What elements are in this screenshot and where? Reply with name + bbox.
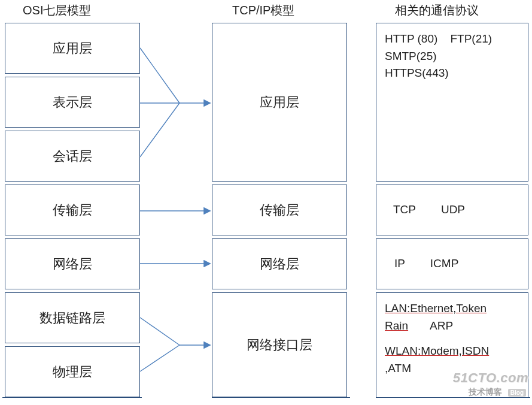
proto-app-line2: SMTP(25) [385, 48, 519, 65]
svg-line-0 [140, 48, 180, 103]
tcpip-layer-transport: 传输层 [212, 185, 347, 235]
proto-udp: UDP [441, 203, 465, 216]
diagram-stage: OSI七层模型 TCP/IP模型 相关的通信协议 应用层 表示层 会话层 传输层… [0, 0, 532, 405]
watermark-site: 51CTO.com [453, 370, 528, 386]
osi-layer-2-datalink: 数据链路层 [5, 292, 140, 343]
osi-layer-6-presentation: 表示层 [5, 77, 140, 128]
proto-ftp: FTP(21) [450, 32, 492, 45]
proto-arp: ARP [430, 319, 453, 332]
osi-l7-label: 应用层 [53, 40, 92, 58]
bottom-rule-mid [212, 397, 350, 398]
protocols-application: HTTP (80) FTP(21) SMTP(25) HTTPS(443) [376, 23, 528, 182]
osi-l1-label: 物理层 [53, 363, 92, 381]
proto-app-line3: HTTPS(443) [385, 65, 519, 82]
tcpip-net-label: 网络层 [260, 255, 299, 273]
osi-layer-7-application: 应用层 [5, 23, 140, 74]
title-osi: OSI七层模型 [23, 2, 91, 19]
osi-l2-label: 数据链路层 [39, 309, 105, 327]
svg-line-6 [140, 318, 180, 345]
proto-link-lan-a: LAN:Ethernet,Token [385, 300, 519, 318]
proto-net-line: IP ICMP [385, 255, 458, 273]
proto-wlan-text-a: WLAN:Modem,ISDN [385, 344, 489, 357]
watermark-blog-badge: Blog [508, 389, 526, 397]
tcpip-trans-label: 传输层 [260, 201, 299, 219]
proto-icmp: ICMP [430, 257, 459, 270]
svg-line-2 [140, 103, 180, 157]
title-protocols: 相关的通信协议 [395, 2, 479, 19]
svg-line-7 [140, 345, 180, 371]
proto-tcp: TCP [393, 203, 416, 216]
osi-layer-3-network: 网络层 [5, 238, 140, 289]
bottom-rule-left [2, 397, 142, 398]
proto-ip: IP [394, 257, 405, 270]
proto-app-line1: HTTP (80) FTP(21) [385, 31, 519, 48]
tcpip-link-label: 网络接口层 [247, 336, 312, 354]
proto-link-wlan-a: WLAN:Modem,ISDN [385, 343, 519, 360]
protocols-transport: TCP UDP [376, 185, 528, 235]
osi-layer-5-session: 会话层 [5, 131, 140, 182]
title-tcpip: TCP/IP模型 [232, 2, 294, 19]
tcpip-layer-application: 应用层 [212, 23, 347, 182]
osi-l3-label: 网络层 [53, 255, 92, 273]
proto-http: HTTP (80) [385, 32, 437, 45]
osi-l5-label: 会话层 [53, 147, 92, 165]
tcpip-app-label: 应用层 [260, 93, 299, 111]
osi-layer-4-transport: 传输层 [5, 185, 140, 235]
osi-l6-label: 表示层 [53, 93, 92, 111]
watermark-sub: 技术博客 Blog [469, 387, 526, 398]
watermark-sub-text: 技术博客 [469, 387, 502, 397]
protocols-network: IP ICMP [376, 238, 528, 289]
tcpip-layer-link: 网络接口层 [212, 292, 347, 397]
osi-l4-label: 传输层 [53, 201, 92, 219]
tcpip-layer-network: 网络层 [212, 238, 347, 289]
proto-trans-line: TCP UDP [385, 201, 465, 219]
osi-layer-1-physical: 物理层 [5, 346, 140, 397]
proto-lan-text-b: Rain [385, 319, 408, 332]
proto-lan-text-a: LAN:Ethernet,Token [385, 302, 487, 315]
proto-link-lan-b: Rain ARP [385, 318, 519, 335]
